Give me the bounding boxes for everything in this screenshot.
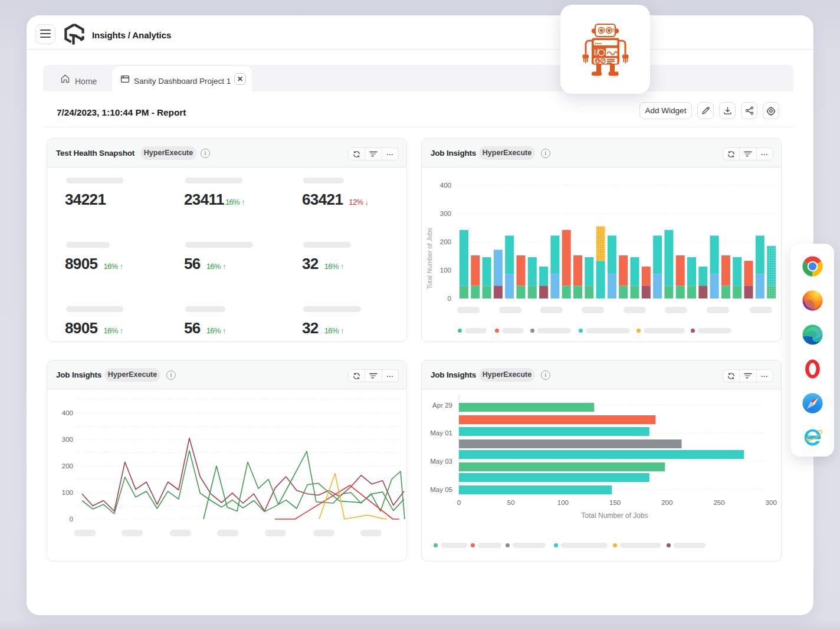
svg-text:400: 400 (62, 409, 73, 416)
svg-text:300: 300 (440, 210, 451, 217)
svg-text:200: 200 (661, 499, 672, 506)
svg-text:Apr 29: Apr 29 (432, 402, 452, 409)
svg-text:May 03: May 03 (430, 458, 452, 465)
svg-text:May 05: May 05 (430, 486, 452, 493)
svg-text:0: 0 (448, 295, 451, 302)
svg-text:0: 0 (457, 499, 461, 506)
svg-text:Total Number of Jobs: Total Number of Jobs (426, 228, 433, 289)
svg-text:200: 200 (62, 462, 73, 470)
svg-text:200: 200 (440, 238, 451, 245)
svg-text:0: 0 (70, 516, 73, 523)
svg-text:100: 100 (62, 489, 73, 496)
svg-text:150: 150 (609, 499, 621, 506)
svg-text:300: 300 (62, 436, 73, 443)
svg-text:100: 100 (557, 499, 569, 506)
svg-text:Total Number of Jobs: Total Number of Jobs (581, 511, 648, 520)
svg-text:50: 50 (507, 499, 515, 506)
svg-text:400: 400 (440, 182, 451, 189)
svg-text:May 01: May 01 (430, 429, 452, 437)
svg-text:250: 250 (713, 499, 724, 506)
svg-text:100: 100 (440, 267, 451, 274)
svg-text:300: 300 (766, 499, 777, 506)
